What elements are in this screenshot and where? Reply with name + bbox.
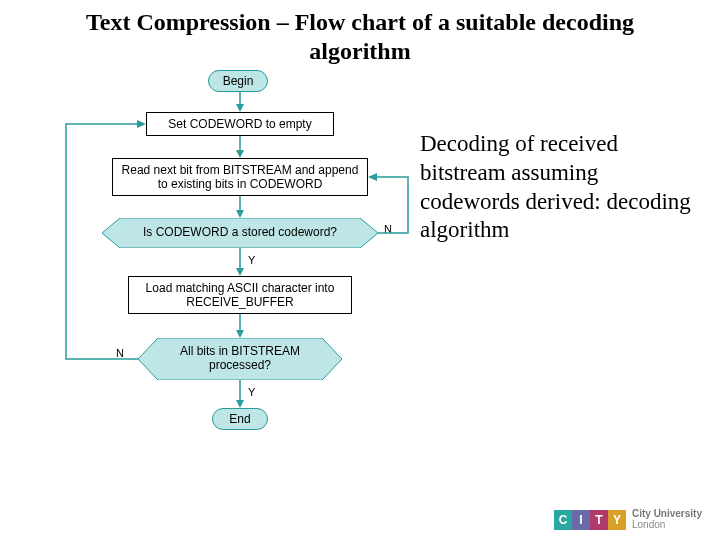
logo-text: City University London [632, 509, 702, 530]
logo-letter-t: T [590, 510, 608, 530]
logo-line2: London [632, 520, 702, 531]
svg-marker-1 [236, 104, 244, 112]
logo-letter-y: Y [608, 510, 626, 530]
node-decision-stored: Is CODEWORD a stored codeword? [102, 218, 378, 248]
node-begin: Begin [208, 70, 268, 92]
node-load-ascii-label: Load matching ASCII character into RECEI… [135, 281, 345, 310]
arrow-dec2-yes [235, 380, 245, 408]
node-set-codeword: Set CODEWORD to empty [146, 112, 334, 136]
description-text: Decoding of received bitstream assuming … [420, 130, 700, 245]
arrow-begin-to-set [235, 92, 245, 112]
svg-marker-13 [137, 120, 146, 128]
arrow-read-to-dec1 [235, 196, 245, 218]
label-dec1-no: N [384, 223, 392, 235]
flowchart-container: Begin Set CODEWORD to empty Read next bi… [30, 70, 410, 530]
svg-marker-3 [236, 150, 244, 158]
logo-letter-c: C [554, 510, 572, 530]
node-decision-allbits-label: All bits in BITSTREAM processed? [138, 338, 342, 380]
label-dec1-yes: Y [248, 254, 255, 266]
svg-marker-7 [368, 173, 377, 181]
arrow-load-to-dec2 [235, 314, 245, 338]
node-read-bit: Read next bit from BITSTREAM and append … [112, 158, 368, 196]
node-decision-allbits: All bits in BITSTREAM processed? [138, 338, 342, 380]
logo-line1: City University [632, 509, 702, 520]
node-begin-label: Begin [223, 74, 254, 88]
label-dec2-no: N [116, 347, 124, 359]
logo-blocks: C I T Y [554, 510, 626, 530]
node-decision-stored-label: Is CODEWORD a stored codeword? [102, 218, 378, 248]
node-load-ascii: Load matching ASCII character into RECEI… [128, 276, 352, 314]
arrow-set-to-read [235, 136, 245, 158]
node-end: End [212, 408, 268, 430]
svg-marker-9 [236, 268, 244, 276]
svg-marker-5 [236, 210, 244, 218]
slide-title: Text Compression – Flow chart of a suita… [0, 0, 720, 70]
node-set-codeword-label: Set CODEWORD to empty [168, 117, 311, 131]
logo-letter-i: I [572, 510, 590, 530]
node-read-bit-label: Read next bit from BITSTREAM and append … [119, 163, 361, 192]
label-dec2-yes: Y [248, 386, 255, 398]
svg-marker-15 [236, 400, 244, 408]
node-end-label: End [229, 412, 250, 426]
university-logo: C I T Y City University London [554, 509, 702, 530]
svg-marker-11 [236, 330, 244, 338]
arrow-dec1-yes [235, 248, 245, 276]
